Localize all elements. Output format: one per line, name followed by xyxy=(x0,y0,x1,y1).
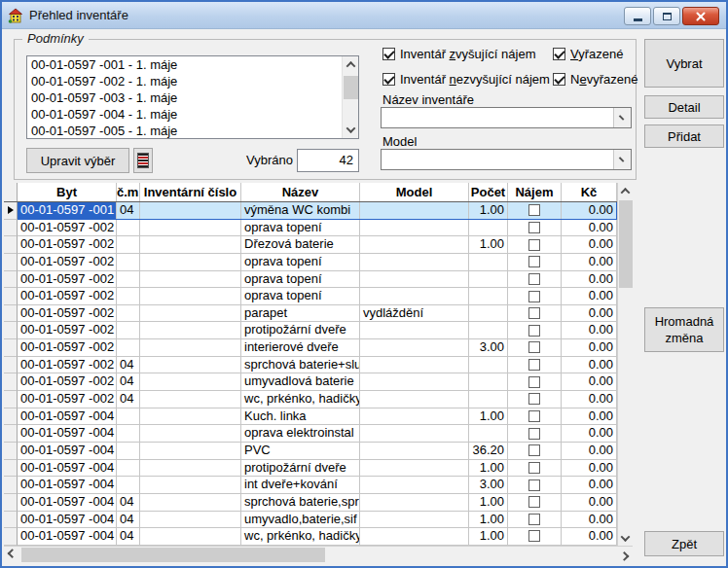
scroll-down-button[interactable] xyxy=(343,122,358,138)
scroll-up-button[interactable] xyxy=(618,183,633,198)
najem-checkbox[interactable] xyxy=(528,376,540,388)
table-row[interactable]: 00-01-0597 -004 protipožární dveře 1.00 … xyxy=(4,460,617,478)
list-item[interactable]: 00-01-0597 -001 - 1. máje xyxy=(27,56,342,73)
checkbox-not-discarded[interactable]: Nevyřazené xyxy=(553,71,637,87)
header-kc[interactable]: Kč xyxy=(562,183,617,201)
najem-checkbox[interactable] xyxy=(528,341,540,353)
row-selector[interactable] xyxy=(4,254,18,271)
row-selector[interactable] xyxy=(4,512,18,529)
list-item[interactable]: 00-01-0597 -002 - 1. máje xyxy=(27,73,342,89)
najem-checkbox[interactable] xyxy=(528,359,540,371)
table-row[interactable]: 00-01-0597 -002 04 wc, prkénko, hadičky … xyxy=(4,391,617,408)
row-selector[interactable] xyxy=(4,202,18,220)
table-row[interactable]: 00-01-0597 -004 04 wc, prkénko, hadičky … xyxy=(4,528,617,546)
najem-checkbox[interactable] xyxy=(528,496,540,508)
selection-list-button[interactable] xyxy=(133,148,153,173)
row-selector[interactable] xyxy=(4,288,18,305)
table-row[interactable]: 00-01-0597 -002 protipožární dveře 0.00 xyxy=(4,322,617,339)
scrollbar-thumb[interactable] xyxy=(21,548,325,562)
table-row[interactable]: 00-01-0597 -002 oprava topení 0.00 xyxy=(4,288,617,305)
add-button[interactable]: Přidat xyxy=(644,124,724,148)
dropdown-button[interactable] xyxy=(613,150,631,169)
row-selector[interactable] xyxy=(4,271,18,289)
model-combobox[interactable] xyxy=(381,149,632,170)
checkbox-inventory-not-increasing-rent[interactable]: Inventář nezvyšující nájem xyxy=(382,71,550,87)
inventory-name-combobox[interactable] xyxy=(381,107,632,128)
checkbox-icon[interactable] xyxy=(382,48,395,60)
close-button[interactable] xyxy=(682,7,719,25)
row-selector[interactable] xyxy=(4,373,18,391)
building-listbox[interactable]: 00-01-0597 -001 - 1. máje00-01-0597 -002… xyxy=(26,55,359,139)
table-row[interactable]: 00-01-0597 -002 oprava topení 0.00 xyxy=(4,254,617,271)
dropdown-button[interactable] xyxy=(613,108,631,127)
table-row[interactable]: 00-01-0597 -004 Kuch. linka 1.00 0.00 xyxy=(4,408,617,426)
table-row[interactable]: 00-01-0597 -002 oprava topení 0.00 xyxy=(4,220,617,237)
row-selector[interactable] xyxy=(4,339,18,357)
checkbox-inventory-increasing-rent[interactable]: Inventář zvyšující nájem xyxy=(382,46,535,61)
najem-checkbox[interactable] xyxy=(528,393,540,405)
grid-horizontal-scrollbar[interactable] xyxy=(4,546,633,562)
list-item[interactable]: 00-01-0597 -003 - 1. máje xyxy=(27,89,342,106)
scroll-up-button[interactable] xyxy=(343,56,358,73)
row-selector[interactable] xyxy=(4,408,18,426)
titlebar[interactable]: Přehled inventáře xyxy=(2,2,726,29)
header-inventarni-cislo[interactable]: Inventární číslo xyxy=(140,183,241,201)
bulk-change-button[interactable]: Hromadná změna xyxy=(644,307,724,352)
maximize-button[interactable] xyxy=(653,7,680,25)
table-row[interactable]: 00-01-0597 -002 Dřezová baterie 1.00 0.0… xyxy=(4,236,617,254)
table-row[interactable]: 00-01-0597 -004 oprava elektroinstal 0.0… xyxy=(4,425,617,443)
najem-checkbox[interactable] xyxy=(528,479,540,491)
scroll-right-button[interactable] xyxy=(616,547,633,563)
detail-button[interactable]: Detail xyxy=(644,95,724,119)
table-row[interactable]: 00-01-0597 -004 int dveře+kování 3.00 0.… xyxy=(4,477,617,494)
header-model[interactable]: Model xyxy=(360,183,469,201)
scroll-left-button[interactable] xyxy=(4,547,20,563)
najem-checkbox[interactable] xyxy=(528,291,540,302)
row-selector[interactable] xyxy=(4,528,18,546)
header-nazev[interactable]: Název xyxy=(241,183,360,201)
scrollbar-thumb[interactable] xyxy=(344,76,358,99)
checkbox-icon[interactable] xyxy=(553,48,565,60)
header-byt[interactable]: Byt xyxy=(18,183,117,201)
table-row[interactable]: 00-01-0597 -002 interierové dveře 3.00 0… xyxy=(4,339,617,357)
najem-checkbox[interactable] xyxy=(528,444,540,456)
grid-vertical-scrollbar[interactable] xyxy=(617,183,633,546)
najem-checkbox[interactable] xyxy=(528,530,540,542)
listbox-vertical-scrollbar[interactable] xyxy=(342,56,358,138)
checkbox-icon[interactable] xyxy=(382,73,395,86)
table-row[interactable]: 00-01-0597 -004 04 sprchová baterie,spr … xyxy=(4,494,617,512)
row-selector[interactable] xyxy=(4,220,18,237)
row-selector[interactable] xyxy=(4,357,18,374)
list-item[interactable]: 00-01-0597 -005 - 1. máje xyxy=(27,123,342,139)
najem-checkbox[interactable] xyxy=(528,514,540,525)
table-row[interactable]: 00-01-0597 -004 PVC 36.20 0.00 xyxy=(4,443,617,460)
row-selector[interactable] xyxy=(4,494,18,512)
table-row[interactable]: 00-01-0597 -002 04 sprchová baterie+slu … xyxy=(4,357,617,374)
scrollbar-thumb[interactable] xyxy=(619,200,633,288)
najem-checkbox[interactable] xyxy=(528,307,540,319)
najem-checkbox[interactable] xyxy=(528,462,540,474)
scroll-down-button[interactable] xyxy=(618,530,633,546)
table-row[interactable]: 00-01-0597 -002 parapet vydláždění 0.00 xyxy=(4,305,617,323)
row-selector[interactable] xyxy=(4,322,18,339)
row-selector[interactable] xyxy=(4,425,18,443)
row-selector[interactable] xyxy=(4,443,18,460)
row-selector[interactable] xyxy=(4,477,18,494)
najem-checkbox[interactable] xyxy=(528,204,540,216)
header-cm[interactable]: č.m. xyxy=(117,183,140,201)
list-item[interactable]: 00-01-0597 -004 - 1. máje xyxy=(27,106,342,123)
minimize-button[interactable] xyxy=(624,7,651,25)
najem-checkbox[interactable] xyxy=(528,273,540,285)
table-row[interactable]: 00-01-0597 -001 04 výměna WC kombi 1.00 … xyxy=(4,202,617,220)
checkbox-icon[interactable] xyxy=(553,73,565,86)
select-button[interactable]: Vybrat xyxy=(644,39,724,88)
row-selector[interactable] xyxy=(4,236,18,254)
back-button[interactable]: Zpět xyxy=(644,531,724,556)
najem-checkbox[interactable] xyxy=(528,410,540,422)
header-pocet[interactable]: Počet xyxy=(469,183,508,201)
row-selector[interactable] xyxy=(4,305,18,323)
row-selector[interactable] xyxy=(4,391,18,408)
table-row[interactable]: 00-01-0597 -004 04 umyvadlo,baterie,sif … xyxy=(4,512,617,529)
najem-checkbox[interactable] xyxy=(528,222,540,233)
header-najem[interactable]: Nájem xyxy=(508,183,562,201)
